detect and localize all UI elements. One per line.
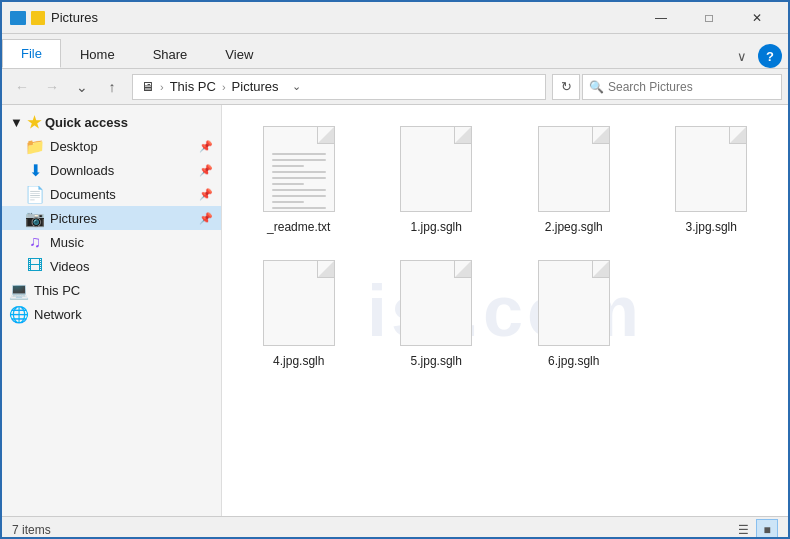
file-line bbox=[272, 177, 326, 179]
pictures-icon: 📷 bbox=[26, 209, 44, 227]
quick-access-icon: ★ bbox=[27, 113, 41, 132]
title-bar-icon bbox=[10, 11, 45, 25]
file-icon-6 bbox=[534, 260, 614, 350]
large-icons-view-button[interactable]: ■ bbox=[756, 519, 778, 540]
sidebar-item-documents[interactable]: 📄 Documents 📌 bbox=[2, 182, 221, 206]
videos-icon: 🎞 bbox=[26, 257, 44, 275]
ribbon-collapse-icon[interactable]: ∨ bbox=[730, 44, 754, 68]
file-line bbox=[272, 201, 304, 203]
title-bar: Pictures — □ ✕ bbox=[2, 2, 788, 34]
tab-home[interactable]: Home bbox=[61, 40, 134, 68]
window-title: Pictures bbox=[51, 10, 638, 25]
forward-button[interactable]: → bbox=[38, 73, 66, 101]
file-page-readme bbox=[263, 126, 335, 212]
file-item-5[interactable]: 5.jpg.sglh bbox=[372, 251, 502, 377]
file-line bbox=[272, 159, 326, 161]
ribbon: File Home Share View ∨ ? bbox=[2, 34, 788, 69]
sidebar-label-network: Network bbox=[34, 307, 82, 322]
file-icon-2 bbox=[534, 126, 614, 216]
file-item-readme[interactable]: _readme.txt bbox=[234, 117, 364, 243]
dropdown-history-button[interactable]: ⌄ bbox=[68, 73, 96, 101]
status-bar: 7 items ☰ ■ bbox=[2, 516, 788, 539]
file-area: isl.com bbox=[222, 105, 788, 516]
ribbon-tabs: File Home Share View ∨ ? bbox=[2, 34, 788, 68]
sidebar-label-pictures: Pictures bbox=[50, 211, 97, 226]
file-page-1 bbox=[400, 126, 472, 212]
sidebar-label-videos: Videos bbox=[50, 259, 90, 274]
item-count: 7 items bbox=[12, 523, 51, 537]
pin-icon-documents: 📌 bbox=[199, 188, 213, 201]
file-name-2: 2.jpeg.sglh bbox=[545, 220, 603, 234]
file-name-readme: _readme.txt bbox=[267, 220, 330, 234]
path-icon: 🖥 bbox=[141, 79, 154, 94]
file-line bbox=[272, 207, 326, 209]
tab-view[interactable]: View bbox=[206, 40, 272, 68]
file-name-1: 1.jpg.sglh bbox=[411, 220, 462, 234]
file-item-3[interactable]: 3.jpg.sglh bbox=[647, 117, 777, 243]
path-dropdown-button[interactable]: ⌄ bbox=[285, 74, 309, 100]
sidebar-item-thispc[interactable]: 💻 This PC bbox=[2, 278, 221, 302]
file-item-4[interactable]: 4.jpg.sglh bbox=[234, 251, 364, 377]
sidebar-item-videos[interactable]: 🎞 Videos bbox=[2, 254, 221, 278]
sidebar-label-thispc: This PC bbox=[34, 283, 80, 298]
sidebar-item-desktop[interactable]: 📁 Desktop 📌 bbox=[2, 134, 221, 158]
files-grid: _readme.txt 1.jpg.sglh 2.jpeg.sglh bbox=[234, 117, 776, 377]
file-line bbox=[272, 171, 326, 173]
music-icon: ♫ bbox=[26, 233, 44, 251]
window-controls: — □ ✕ bbox=[638, 2, 780, 34]
path-pictures[interactable]: Pictures bbox=[232, 79, 279, 94]
file-icon-5 bbox=[396, 260, 476, 350]
pin-icon-pictures: 📌 bbox=[199, 212, 213, 225]
file-page-2 bbox=[538, 126, 610, 212]
sidebar-item-pictures[interactable]: 📷 Pictures 📌 bbox=[2, 206, 221, 230]
file-page-3 bbox=[675, 126, 747, 212]
search-input[interactable] bbox=[608, 80, 775, 94]
maximize-button[interactable]: □ bbox=[686, 2, 732, 34]
path-this-pc[interactable]: This PC bbox=[170, 79, 216, 94]
up-button[interactable]: ↑ bbox=[98, 73, 126, 101]
file-line bbox=[272, 153, 326, 155]
path-chevron-2: › bbox=[222, 81, 226, 93]
file-name-3: 3.jpg.sglh bbox=[686, 220, 737, 234]
close-button[interactable]: ✕ bbox=[734, 2, 780, 34]
file-item-2[interactable]: 2.jpeg.sglh bbox=[509, 117, 639, 243]
tab-share[interactable]: Share bbox=[134, 40, 207, 68]
sidebar-item-network[interactable]: 🌐 Network bbox=[2, 302, 221, 326]
file-line bbox=[272, 195, 326, 197]
file-icon-3 bbox=[671, 126, 751, 216]
folder-icon: 📁 bbox=[26, 137, 44, 155]
file-icon-readme bbox=[259, 126, 339, 216]
search-box[interactable]: 🔍 bbox=[582, 74, 782, 100]
back-button[interactable]: ← bbox=[8, 73, 36, 101]
tab-file[interactable]: File bbox=[2, 39, 61, 68]
app-icon-blue bbox=[10, 11, 26, 25]
refresh-button[interactable]: ↻ bbox=[552, 74, 580, 100]
view-controls: ☰ ■ bbox=[732, 519, 778, 540]
documents-icon: 📄 bbox=[26, 185, 44, 203]
search-icon: 🔍 bbox=[589, 80, 604, 94]
address-bar: ← → ⌄ ↑ 🖥 › This PC › Pictures ⌄ ↻ 🔍 bbox=[2, 69, 788, 105]
sidebar-label-downloads: Downloads bbox=[50, 163, 114, 178]
file-lines-readme bbox=[264, 127, 334, 219]
thispc-icon: 💻 bbox=[10, 281, 28, 299]
minimize-button[interactable]: — bbox=[638, 2, 684, 34]
pin-icon-downloads: 📌 bbox=[199, 164, 213, 177]
file-name-4: 4.jpg.sglh bbox=[273, 354, 324, 368]
address-path[interactable]: 🖥 › This PC › Pictures ⌄ bbox=[132, 74, 546, 100]
app-icon-yellow bbox=[31, 11, 45, 25]
network-icon: 🌐 bbox=[10, 305, 28, 323]
quick-access-chevron: ▼ bbox=[10, 115, 23, 130]
help-button[interactable]: ? bbox=[758, 44, 782, 68]
main-layout: ▼ ★ Quick access 📁 Desktop 📌 ⬇ Downloads… bbox=[2, 105, 788, 516]
file-icon-1 bbox=[396, 126, 476, 216]
sidebar-item-music[interactable]: ♫ Music bbox=[2, 230, 221, 254]
file-line bbox=[272, 183, 304, 185]
file-item-1[interactable]: 1.jpg.sglh bbox=[372, 117, 502, 243]
file-line bbox=[272, 189, 326, 191]
details-view-button[interactable]: ☰ bbox=[732, 519, 754, 540]
sidebar-label-music: Music bbox=[50, 235, 84, 250]
file-page-6 bbox=[538, 260, 610, 346]
file-item-6[interactable]: 6.jpg.sglh bbox=[509, 251, 639, 377]
sidebar-item-downloads[interactable]: ⬇ Downloads 📌 bbox=[2, 158, 221, 182]
quick-access-header[interactable]: ▼ ★ Quick access bbox=[2, 109, 221, 134]
